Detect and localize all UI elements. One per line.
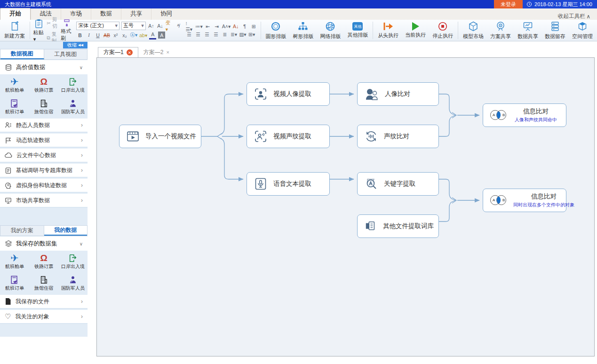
data-item-border-entry[interactable]: 口岸出入境: [58, 251, 88, 272]
tree-layout-button[interactable]: 树形排版: [289, 20, 317, 41]
sidebar-item-saved-files[interactable]: 我保存的文件 ›: [0, 295, 88, 309]
data-item-rail-ticket[interactable]: Ω 铁路订票: [29, 74, 58, 96]
data-item-military-personnel[interactable]: 国防军人员: [58, 96, 88, 118]
char-shading-icon[interactable]: A: [158, 32, 165, 39]
tab-collab[interactable]: 协同: [151, 8, 181, 20]
chevron-right-icon: ›: [81, 122, 83, 128]
clear-format-icon[interactable]: ᴬ̸: [175, 22, 182, 29]
node-other-files-lexicon[interactable]: 其他文件提取词库: [357, 214, 439, 238]
align-distribute-icon[interactable]: ≣: [221, 31, 228, 38]
node-info-compare-1[interactable]: A B 信息比对 人像和声纹共同命中: [483, 103, 566, 127]
data-item-flight-manifest[interactable]: ✈ 航班舱单: [0, 251, 29, 272]
node-video-face-extract[interactable]: 视频人像提取: [247, 82, 330, 106]
tab-my-data[interactable]: 我的数据: [44, 226, 88, 236]
data-item-rail-ticket[interactable]: Ω 铁路订票: [29, 251, 58, 272]
data-item-border-entry[interactable]: 口岸出入境: [58, 74, 88, 96]
char-scale-icon[interactable]: A˄▾: [222, 23, 230, 30]
data-item-flight-manifest[interactable]: ✈ 航班舱单: [0, 74, 29, 96]
grow-font-icon[interactable]: A↑: [148, 22, 155, 29]
saved-dataset-header[interactable]: 我保存的数据集 ∨: [0, 237, 88, 251]
shading-icon[interactable]: ▨▾: [239, 31, 246, 38]
login-status-badge[interactable]: 未登录: [494, 0, 523, 8]
plan-share-button[interactable]: 方案共享: [487, 20, 514, 41]
sidebar-item-market-shared-data[interactable]: 市场共享数据 ›: [0, 194, 88, 208]
pilcrow-icon[interactable]: ¶: [241, 23, 248, 30]
tab-tool-view[interactable]: 工具视图: [44, 49, 88, 59]
node-keyword-extract[interactable]: 关键字提取: [357, 172, 439, 196]
flow-canvas[interactable]: 导入一个视频文件 视频人像提取 视频声纹提取 语音文本提取: [96, 57, 595, 356]
bold-button[interactable]: B: [76, 32, 83, 39]
superscript-button[interactable]: x²: [112, 32, 119, 39]
space-manage-button[interactable]: 空间管理: [569, 20, 596, 41]
subscript-button[interactable]: x₂: [121, 32, 128, 39]
tab-data[interactable]: 数据: [91, 8, 121, 20]
highlight-icon[interactable]: ab▾: [139, 32, 147, 39]
data-item-flight-order[interactable]: 航班订单: [0, 96, 29, 118]
model-market-button[interactable]: 模型市场: [460, 20, 487, 41]
align-right-icon[interactable]: ☰: [203, 31, 210, 38]
paste-button[interactable]: 粘贴 ▾: [33, 19, 44, 42]
plan-share-label: 方案共享: [490, 33, 511, 40]
data-item-hotel-stay[interactable]: 旅馆住宿: [29, 272, 58, 294]
sidebar-item-label: 我保存的文件: [16, 298, 49, 306]
align-left-icon[interactable]: ☰: [185, 31, 192, 38]
other-layout-button[interactable]: 其他 其他排版: [344, 20, 371, 41]
stop-button[interactable]: 停止执行: [429, 20, 456, 41]
sidebar-item-static-person-data[interactable]: 静态人员数据 ›: [0, 119, 88, 133]
align-justify-icon[interactable]: ☰: [212, 31, 219, 38]
bullets-icon[interactable]: ⁝☰▾: [185, 23, 193, 30]
numbering-icon[interactable]: ≔▾: [195, 23, 202, 30]
strikethrough-button[interactable]: AB: [103, 32, 110, 39]
collapse-toolbar-button[interactable]: 收起工具栏 ∧: [558, 13, 597, 20]
node-voiceprint-compare[interactable]: 声纹比对: [357, 125, 439, 148]
sidebar-item-cloud-file-data[interactable]: 云文件中心数据 ›: [0, 149, 88, 163]
node-video-voiceprint-extract[interactable]: 视频声纹提取: [247, 125, 330, 148]
format-painter-button[interactable]: 格式刷: [61, 19, 72, 42]
workspace-tab-2[interactable]: 方案—2 ×: [138, 47, 175, 57]
sidebar-item-followed-objects[interactable]: ♡ 我关注的对象 ›: [0, 310, 88, 324]
font-size-combo[interactable]: 五号 ▾: [121, 22, 146, 30]
underline-button[interactable]: U: [94, 32, 101, 39]
sidebar-item-virtual-identity-data[interactable]: 虚拟身份和轨迹数据 ›: [0, 179, 88, 193]
indent-decrease-icon[interactable]: ⇤: [204, 23, 211, 30]
align-center-icon[interactable]: ☰: [194, 31, 201, 38]
data-item-military-personnel[interactable]: 国防军人员: [58, 272, 88, 294]
close-tab-icon[interactable]: ×: [166, 49, 169, 55]
tab-share[interactable]: 共享: [121, 8, 151, 20]
data-share-button[interactable]: 数据共享: [514, 20, 541, 41]
data-item-hotel-stay[interactable]: 旅馆住宿: [29, 96, 58, 118]
data-item-flight-order[interactable]: 航班订单: [0, 272, 29, 294]
run-current-button[interactable]: 当前执行: [402, 20, 429, 41]
line-spacing-icon[interactable]: ≣▾: [230, 31, 237, 38]
tab-my-plans[interactable]: 我的方案: [0, 226, 44, 236]
shrink-font-icon[interactable]: A↓: [157, 22, 164, 29]
tab-data-view[interactable]: 数据视图: [0, 49, 44, 59]
sidebar-collapse-button[interactable]: 收缩 ◀◀: [63, 42, 88, 48]
data-retain-button[interactable]: 数据留存: [541, 20, 569, 41]
high-value-data-header[interactable]: 高价值数据 ∨: [0, 60, 88, 74]
font-color-button[interactable]: A: [149, 31, 156, 40]
font-family-combo[interactable]: 宋体 (正文) ▾: [76, 22, 119, 30]
phonetic-guide-icon[interactable]: 变▾: [166, 22, 173, 29]
cut-button[interactable]: ✂ 剪切: [47, 16, 58, 30]
circle-layout-button[interactable]: 圆形排版: [262, 20, 289, 41]
text-effects-icon[interactable]: Ⓐ▾: [130, 32, 137, 39]
table-icon[interactable]: ⊞: [250, 23, 257, 30]
node-speech-text-extract[interactable]: 语音文本提取: [247, 172, 330, 196]
new-plan-button[interactable]: 新建方案: [1, 20, 28, 41]
node-import-video[interactable]: 导入一个视频文件: [119, 125, 201, 148]
italic-button[interactable]: I: [85, 32, 92, 39]
node-face-compare[interactable]: 人像比对: [357, 82, 439, 106]
workspace-tab-1[interactable]: 方案—1 ✕: [98, 47, 138, 57]
sidebar-item-research-library-data[interactable]: 基础调研与专题库数据 ›: [0, 164, 88, 178]
close-tab-icon[interactable]: ✕: [127, 49, 133, 55]
tab-market[interactable]: 市场: [61, 8, 91, 20]
indent-increase-icon[interactable]: ⇥: [213, 23, 220, 30]
net-layout-button[interactable]: 网络排版: [317, 20, 344, 41]
node-info-compare-2[interactable]: A B 信息比对 同时出现在多个文件中的对象: [483, 189, 566, 212]
borders-icon[interactable]: ⊞▾: [248, 31, 255, 38]
sort-icon[interactable]: A↓: [232, 23, 239, 30]
tab-start[interactable]: 开始: [0, 8, 31, 20]
sidebar-item-dynamic-track-data[interactable]: 动态轨迹数据 ›: [0, 134, 88, 148]
run-from-start-button[interactable]: 从头执行: [374, 20, 402, 41]
